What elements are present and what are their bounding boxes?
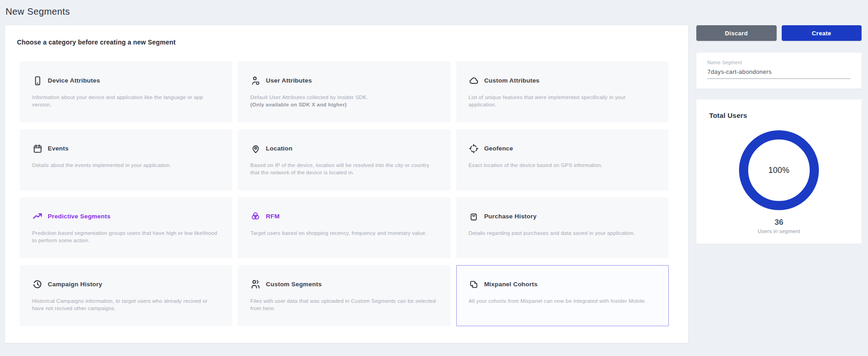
shopping-bag-icon [469, 211, 479, 222]
card-description: Historical Campaigns information, to tar… [32, 297, 218, 312]
card-description: Default User Attributes collected by Ins… [250, 94, 436, 101]
category-card-user-attributes[interactable]: User Attributes Default User Attributes … [238, 61, 450, 122]
card-title: Location [266, 145, 292, 152]
card-description: List of unique features that were implem… [469, 94, 655, 108]
user-icon [250, 75, 261, 86]
name-segment-card: Name Segment [696, 53, 862, 89]
card-description: Files with user data that was uploaded i… [250, 297, 436, 312]
card-head: Predictive Segments [32, 211, 220, 222]
users-in-segment-caption: Users in segment [696, 228, 862, 234]
card-title: Mixpanel Cohorts [484, 281, 538, 288]
card-description: Based on IP of the device, location will… [250, 161, 436, 176]
action-buttons: Discard Create [696, 25, 862, 41]
map-pin-icon [250, 143, 261, 154]
segment-category-panel: Choose a category before creating a new … [5, 25, 689, 343]
category-card-events[interactable]: Events Details about the events implemen… [20, 129, 232, 190]
card-description: Prediction based segmentation groups use… [32, 229, 218, 244]
category-card-custom-segments[interactable]: Custom Segments Files with user data tha… [238, 265, 450, 326]
trending-up-icon [32, 211, 43, 222]
category-card-mixpanel-cohorts[interactable]: Mixpanel Cohorts All your cohorts from M… [456, 265, 669, 326]
category-card-geofence[interactable]: Geofence Exact location of the device ba… [456, 129, 669, 190]
name-segment-input[interactable] [707, 68, 851, 79]
card-title: Custom Segments [266, 281, 322, 288]
card-head: Events [32, 143, 220, 154]
card-head: Geofence [469, 143, 656, 154]
mixpanel-link-icon [469, 279, 479, 289]
card-title: Device Attributes [48, 77, 100, 84]
category-card-purchase-history[interactable]: Purchase History Details regarding past … [456, 197, 669, 258]
card-title: Custom Attributes [484, 77, 540, 84]
name-segment-label: Name Segment [707, 60, 851, 65]
card-head: Custom Segments [250, 279, 438, 289]
card-title: RFM [266, 213, 280, 220]
users-icon [250, 279, 261, 289]
users-in-segment-count: 36 [696, 218, 862, 227]
card-description: Details regarding past purchases and dat… [469, 229, 655, 237]
venn-icon [250, 211, 261, 222]
card-description: All your cohorts from Mixpanel can now b… [469, 297, 655, 305]
card-head: Campaign History [32, 279, 220, 289]
total-users-title: Total Users [709, 111, 862, 119]
create-button[interactable]: Create [782, 25, 862, 41]
card-head: Location [250, 143, 438, 154]
category-card-custom-attributes[interactable]: Custom Attributes List of unique feature… [456, 61, 669, 122]
card-description: Exact location of the device based on GP… [469, 161, 655, 169]
card-title: Purchase History [484, 213, 537, 220]
card-title: Predictive Segments [48, 213, 111, 220]
card-head: Mixpanel Cohorts [469, 279, 656, 289]
donut-percentage: 100% [739, 130, 819, 210]
card-description: Target users based on shopping recency, … [250, 229, 436, 237]
card-head: User Attributes [250, 75, 438, 86]
card-description-note: (Only available on SDK X and higher) [250, 101, 436, 108]
card-head: RFM [250, 211, 438, 222]
device-icon [32, 75, 43, 86]
total-users-card: Total Users 100% 36 Users in segment [696, 100, 862, 244]
page-title: New Segments [6, 6, 70, 17]
card-title: Geofence [484, 145, 513, 152]
category-card-predictive-segments[interactable]: Predictive Segments Prediction based seg… [20, 197, 232, 258]
card-title: User Attributes [266, 77, 312, 84]
card-title: Events [48, 145, 68, 152]
card-description: Details about the events implemented in … [32, 161, 218, 169]
category-card-location[interactable]: Location Based on IP of the device, loca… [238, 129, 450, 190]
category-grid: Device Attributes Information about your… [20, 61, 669, 326]
category-card-campaign-history[interactable]: Campaign History Historical Campaigns in… [20, 265, 232, 326]
card-description: Information about your device and applic… [32, 94, 218, 108]
discard-button[interactable]: Discard [696, 25, 777, 41]
panel-heading: Choose a category before creating a new … [17, 39, 176, 46]
card-head: Purchase History [469, 211, 656, 222]
card-title: Campaign History [48, 281, 102, 288]
geofence-icon [469, 143, 479, 154]
history-clock-icon [32, 279, 43, 289]
card-head: Custom Attributes [469, 75, 656, 86]
card-head: Device Attributes [32, 75, 220, 86]
category-card-rfm[interactable]: RFM Target users based on shopping recen… [238, 197, 450, 258]
category-card-device-attributes[interactable]: Device Attributes Information about your… [20, 61, 232, 122]
cloud-icon [469, 75, 479, 86]
calendar-icon [32, 143, 43, 154]
total-users-donut-chart: 100% [739, 130, 819, 210]
